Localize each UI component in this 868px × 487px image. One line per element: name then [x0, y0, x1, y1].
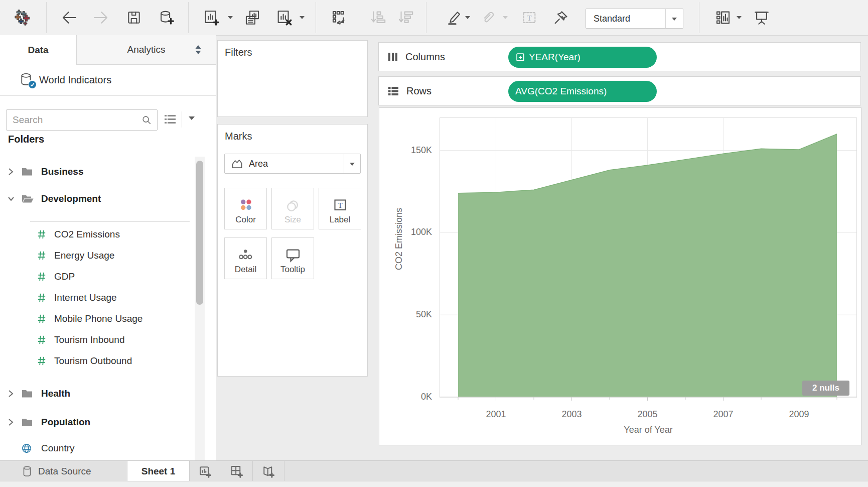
paperclip-menu-caret[interactable] [502, 14, 509, 21]
sort-ascending-button[interactable] [369, 9, 387, 27]
mark-type-select[interactable]: Area [224, 154, 361, 174]
x-tick-label: 2007 [706, 409, 741, 420]
field-tourism-inbound[interactable]: Tourism Inbound [0, 331, 195, 348]
presentation-mode-button[interactable] [753, 9, 771, 27]
sheet-tab-bar: Data Source Sheet 1 [0, 460, 868, 481]
toolbar-divider [699, 2, 699, 33]
chevron-right-icon[interactable] [8, 389, 15, 398]
rows-shelf[interactable]: Rows AVG(CO2 Emissions) [378, 76, 861, 105]
sidebar-scrollbar-track[interactable] [195, 157, 205, 460]
folders-heading: Folders [8, 134, 44, 145]
duplicate-sheet-button[interactable] [243, 9, 261, 27]
new-data-source-button[interactable] [157, 9, 175, 27]
nulls-indicator-badge[interactable]: 2 nulls [802, 381, 849, 396]
x-axis-title: Year of Year [598, 425, 698, 435]
search-input[interactable] [7, 114, 141, 126]
marks-title: Marks [225, 131, 252, 142]
fit-mode-caret-icon[interactable] [665, 9, 683, 28]
field-gdp[interactable]: GDP [0, 268, 195, 285]
mark-type-value: Area [249, 159, 344, 169]
show-hide-cards-caret[interactable] [736, 14, 743, 21]
detail-button[interactable]: Detail [224, 237, 267, 279]
new-worksheet-tab-button[interactable] [190, 461, 221, 481]
chevron-right-icon[interactable] [8, 167, 15, 176]
sidebar-scrollbar-thumb[interactable] [196, 161, 203, 305]
area-chart-plot[interactable] [440, 117, 857, 408]
worksheet-view: CO2 Emissions 0K50K100K150K 200120032005… [379, 107, 861, 445]
data-source-tab-label: Data Source [38, 466, 91, 477]
fit-mode-select[interactable]: Standard [586, 9, 683, 29]
y-tick-label: 0K [379, 392, 432, 403]
rows-pill-label: AVG(CO2 Emissions) [515, 86, 607, 97]
folder-business[interactable]: Business [0, 163, 195, 180]
expand-hierarchy-icon[interactable] [515, 52, 525, 62]
area-mark-icon [231, 158, 244, 170]
new-dashboard-tab-button[interactable] [221, 461, 253, 481]
x-tick-label: 2003 [554, 409, 590, 420]
y-tick-label: 150K [379, 145, 432, 156]
undo-button[interactable] [60, 9, 78, 27]
tableau-logo-icon[interactable] [13, 9, 31, 27]
view-as-list-icon[interactable] [164, 113, 177, 126]
field-co2-emissions[interactable]: CO2 Emissions [0, 226, 195, 243]
size-button[interactable]: Size [271, 188, 314, 229]
swap-rows-columns-button[interactable] [330, 9, 348, 27]
rows-pill-avg-co2[interactable]: AVG(CO2 Emissions) [508, 81, 657, 102]
folder-icon [21, 417, 33, 427]
folder-health[interactable]: Health [0, 385, 195, 402]
main-toolbar: T Standard [0, 0, 868, 36]
text-label-button[interactable]: T [520, 9, 538, 27]
show-hide-cards-button[interactable] [714, 9, 732, 27]
svg-text:T: T [527, 14, 532, 22]
number-field-icon [37, 335, 46, 345]
tab-data-source[interactable]: Data Source [0, 461, 127, 481]
new-story-tab-button[interactable] [253, 461, 284, 481]
field-internet-usage[interactable]: Internet Usage [0, 289, 195, 306]
redo-button[interactable] [92, 9, 110, 27]
search-row [0, 100, 216, 131]
number-field-icon [37, 293, 46, 303]
pin-button[interactable] [552, 9, 570, 27]
folder-development[interactable]: Development [0, 190, 195, 207]
field-mobile-phone-usage[interactable]: Mobile Phone Usage [0, 310, 195, 327]
pane-tabs: Data Analytics [0, 35, 216, 65]
chevron-down-icon[interactable] [8, 196, 15, 202]
columns-pill-year[interactable]: YEAR(Year) [508, 47, 657, 68]
highlight-menu-caret[interactable] [464, 14, 471, 21]
field-tourism-outbound[interactable]: Tourism Outbound [0, 352, 195, 370]
tab-sheet-1[interactable]: Sheet 1 [127, 461, 190, 481]
divider [504, 77, 504, 105]
field-country[interactable]: Country [0, 440, 195, 457]
search-input-wrapper [6, 109, 158, 131]
toolbar-divider [426, 2, 426, 33]
field-energy-usage[interactable]: Energy Usage [0, 247, 195, 264]
divider [30, 221, 190, 222]
data-source-item[interactable]: World Indicators [0, 64, 216, 96]
columns-shelf[interactable]: Columns YEAR(Year) [378, 42, 861, 71]
mark-type-caret-icon[interactable] [344, 154, 360, 173]
columns-pill-label: YEAR(Year) [529, 52, 581, 63]
folder-open-icon [21, 194, 33, 204]
color-button[interactable]: Color [224, 188, 267, 229]
label-button[interactable]: T Label [319, 188, 361, 229]
tab-analytics[interactable]: Analytics [77, 35, 216, 64]
pane-menu-caret[interactable] [187, 115, 197, 124]
tooltip-button[interactable]: Tooltip [271, 237, 314, 279]
new-worksheet-button[interactable] [202, 9, 220, 27]
tab-data[interactable]: Data [0, 35, 77, 65]
folder-population[interactable]: Population [0, 414, 195, 431]
number-field-icon [37, 251, 46, 261]
highlight-button[interactable] [446, 9, 464, 27]
globe-icon [21, 443, 33, 454]
sort-descending-button[interactable] [396, 9, 414, 27]
new-worksheet-menu-caret[interactable] [227, 14, 234, 21]
sort-fields-icon[interactable] [195, 45, 202, 55]
clear-sheet-button[interactable] [275, 9, 293, 27]
paperclip-icon[interactable] [479, 9, 497, 27]
fit-mode-value: Standard [586, 14, 665, 24]
clear-sheet-menu-caret[interactable] [299, 14, 306, 21]
database-icon [20, 73, 33, 87]
chevron-right-icon[interactable] [8, 418, 15, 427]
y-axis-title: CO2 Emissions [394, 184, 405, 294]
save-button[interactable] [125, 9, 143, 27]
